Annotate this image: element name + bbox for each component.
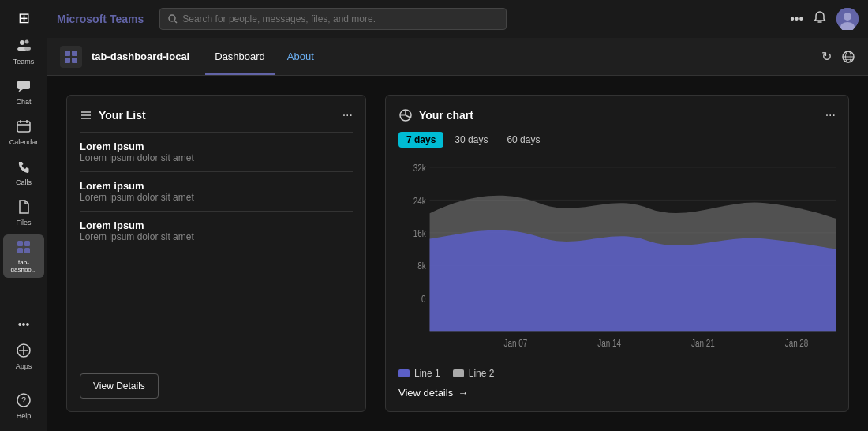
svg-rect-12	[17, 248, 23, 253]
chart-tab-30days[interactable]: 30 days	[447, 132, 496, 148]
list-icon	[80, 109, 92, 122]
svg-rect-26	[72, 51, 77, 56]
sidebar-item-grid[interactable]: ⊞	[3, 6, 44, 30]
svg-point-19	[169, 15, 175, 21]
tab-app-icon	[60, 46, 82, 68]
content: Your List ··· Lorem ipsum Lorem ipsum do…	[47, 76, 868, 431]
svg-point-0	[20, 40, 24, 45]
view-details-button[interactable]: View Details	[80, 373, 159, 399]
tab-app-name: tab-dashboard-local	[92, 51, 189, 62]
search-bar[interactable]	[159, 8, 507, 30]
svg-text:0: 0	[421, 294, 425, 304]
teams-icon	[16, 38, 32, 56]
sidebar-item-apps-label: Apps	[16, 362, 32, 370]
calls-icon	[16, 159, 32, 177]
svg-text:32k: 32k	[413, 163, 426, 173]
svg-marker-5	[18, 89, 23, 92]
search-input[interactable]	[182, 13, 498, 24]
svg-rect-13	[24, 248, 30, 253]
sidebar: ⊞ Teams Chat	[0, 0, 47, 431]
sidebar-item-help-label: Help	[17, 412, 32, 420]
svg-text:Jan 21: Jan 21	[691, 337, 715, 347]
chart-icon	[398, 108, 413, 122]
sidebar-item-calls-label: Calls	[16, 178, 32, 186]
svg-point-1	[25, 40, 29, 44]
sidebar-item-files[interactable]: Files	[3, 194, 44, 231]
bell-icon[interactable]	[813, 10, 827, 28]
svg-text:Jan 07: Jan 07	[504, 337, 528, 347]
sidebar-item-calls[interactable]: Calls	[3, 154, 44, 191]
svg-rect-28	[72, 58, 77, 63]
main-area: Microsoft Teams •••	[47, 0, 868, 431]
sidebar-item-calendar-label: Calendar	[9, 138, 39, 146]
view-details-link[interactable]: View details →	[398, 387, 836, 399]
files-icon	[16, 199, 32, 217]
sidebar-item-tab-dashboard[interactable]: tab-dashbo...	[3, 234, 44, 278]
sidebar-item-chat[interactable]: Chat	[3, 73, 44, 111]
chart-tab-60days[interactable]: 60 days	[499, 132, 548, 148]
sidebar-item-apps[interactable]: Apps	[3, 338, 44, 375]
legend-line1: Line 1	[398, 368, 440, 379]
sidebar-item-more[interactable]: •••	[3, 314, 44, 335]
list-item[interactable]: Lorem ipsum Lorem ipsum dolor sit amet	[80, 132, 353, 171]
tab-about[interactable]: About	[278, 38, 324, 75]
chart-legend: Line 1 Line 2	[398, 368, 836, 379]
apps-icon	[16, 343, 32, 361]
calendar-icon	[16, 118, 32, 137]
globe-icon[interactable]	[841, 50, 855, 64]
chart-card-menu[interactable]: ···	[825, 108, 836, 122]
chart-card-title: Your chart	[398, 108, 473, 122]
list-card-header: Your List ···	[80, 108, 353, 122]
sidebar-item-help[interactable]: ? Help	[3, 388, 44, 425]
sidebar-item-tab-dashboard-label: tab-dashbo...	[6, 259, 41, 273]
tab-bar-right: ↻	[821, 49, 855, 64]
list-card-title: Your List	[80, 109, 146, 122]
chart-container: 32k 24k 16k 8k 0 Jan 07 Jan 14 Jan 21 Ja…	[398, 157, 836, 362]
legend-line2: Line 2	[453, 368, 495, 379]
svg-rect-10	[17, 241, 23, 246]
sidebar-item-files-label: Files	[16, 219, 31, 227]
refresh-icon[interactable]: ↻	[821, 49, 832, 64]
svg-point-23	[844, 13, 851, 21]
svg-text:16k: 16k	[413, 228, 426, 238]
help-icon: ?	[16, 392, 32, 410]
legend-color-2	[453, 369, 464, 377]
ellipsis-icon[interactable]: •••	[790, 12, 803, 26]
chart-svg: 32k 24k 16k 8k 0 Jan 07 Jan 14 Jan 21 Ja…	[398, 157, 836, 362]
svg-text:24k: 24k	[413, 195, 426, 205]
list-item[interactable]: Lorem ipsum Lorem ipsum dolor sit amet	[80, 211, 353, 250]
avatar[interactable]	[836, 8, 859, 30]
topbar-right: •••	[790, 8, 859, 30]
tab-dashboard-icon	[16, 239, 32, 257]
legend-color-1	[398, 369, 410, 377]
search-icon	[168, 14, 178, 24]
svg-text:Jan 14: Jan 14	[597, 337, 621, 347]
sidebar-item-chat-label: Chat	[16, 98, 31, 106]
svg-rect-6	[17, 122, 30, 132]
svg-line-20	[175, 21, 178, 24]
svg-rect-25	[65, 51, 70, 56]
app-name: Microsoft Teams	[57, 13, 144, 25]
chart-tabs: 7 days 30 days 60 days	[398, 132, 836, 148]
grid-icon: ⊞	[18, 11, 30, 25]
svg-rect-27	[65, 58, 70, 63]
svg-text:8k: 8k	[417, 260, 426, 271]
list-item[interactable]: Lorem ipsum Lorem ipsum dolor sit amet	[80, 171, 353, 211]
svg-text:Jan 28: Jan 28	[785, 337, 809, 347]
chat-icon	[16, 78, 32, 96]
svg-rect-4	[17, 81, 30, 89]
tab-dashboard[interactable]: Dashboard	[205, 38, 275, 75]
tab-bar: tab-dashboard-local Dashboard About ↻	[47, 38, 868, 76]
list-card-menu[interactable]: ···	[342, 108, 353, 122]
chart-card-header: Your chart ···	[398, 108, 836, 122]
svg-rect-11	[24, 241, 30, 246]
sidebar-item-calendar[interactable]: Calendar	[3, 114, 44, 151]
topbar: Microsoft Teams •••	[47, 0, 868, 38]
sidebar-item-teams-label: Teams	[13, 58, 35, 66]
sidebar-item-teams[interactable]: Teams	[3, 33, 44, 70]
list-card: Your List ··· Lorem ipsum Lorem ipsum do…	[66, 95, 366, 412]
svg-point-3	[24, 47, 31, 51]
chart-tab-7days[interactable]: 7 days	[398, 132, 443, 148]
chart-card: Your chart ··· 7 days 30 days 60 days	[385, 95, 849, 412]
svg-text:?: ?	[21, 395, 26, 405]
